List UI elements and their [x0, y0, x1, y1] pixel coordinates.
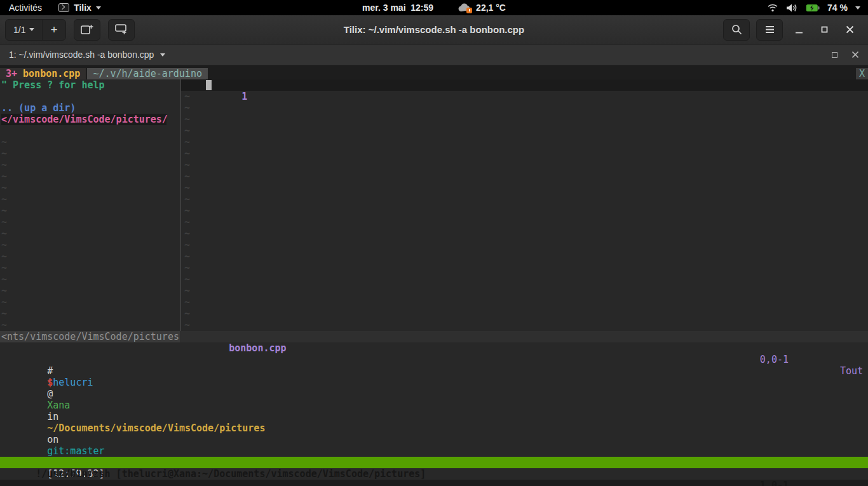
- search-icon: [731, 24, 742, 35]
- nerdtree-root-line[interactable]: </vimscode/VimsCode/pictures/: [0, 114, 180, 125]
- tilde-row: ~: [0, 171, 180, 182]
- menu-button[interactable]: [756, 19, 783, 41]
- buffer-tilde-rows: ~~~~~~~~~~~~~~~~~~~~~: [181, 91, 868, 331]
- tilde-row: ~: [0, 148, 180, 159]
- tilde-row: ~: [181, 320, 868, 331]
- tilde-row: ~: [181, 148, 868, 159]
- statusline-position: Tout: [840, 365, 863, 377]
- tilde-row: ~: [0, 251, 180, 262]
- prompt-git-branch: git:master: [47, 445, 104, 457]
- gnome-top-bar: Activités Tilix mer. 3 mai 12:59 22,1 °C: [0, 0, 868, 15]
- nerdtree-pane[interactable]: " Press ? for help .. (up a dir) </vimsc…: [0, 79, 180, 331]
- tilde-row: ~: [181, 205, 868, 217]
- tilde-row: ~: [181, 159, 868, 171]
- maximize-terminal-icon[interactable]: [832, 52, 837, 58]
- tilde-row: ~: [0, 285, 180, 297]
- statusline-filename: bonbon.cpp: [229, 342, 286, 354]
- terminal-tab-bar: 1: ~/.vim/vimscode.sh -a bonbon.cpp: [0, 44, 868, 65]
- split-down-button[interactable]: [108, 19, 135, 41]
- prompt-host: Xana: [47, 400, 70, 411]
- shell-pane[interactable]: # thelucri @ Xana in ~/Documents/vimscod…: [0, 342, 868, 457]
- tilde-row: ~: [181, 137, 868, 148]
- vim-tab-flag: 3+: [6, 68, 17, 79]
- split-terminal-right-icon: [81, 24, 93, 35]
- maximize-button[interactable]: [815, 20, 834, 39]
- tilde-row: ~: [0, 262, 180, 274]
- plus-icon: +: [50, 24, 57, 36]
- vim-windows: " Press ? for help .. (up a dir) </vimsc…: [0, 79, 868, 331]
- tilde-row: ~: [181, 297, 868, 308]
- hamburger-menu-icon: [765, 25, 775, 34]
- nerdtree-tilde-rows: ~~~~~~~~~~~~~~~~~: [0, 137, 180, 331]
- minimize-icon: [795, 26, 803, 34]
- weather-alert-badge: [466, 8, 472, 13]
- blank-line: [0, 342, 868, 354]
- tilde-row: ~: [181, 182, 868, 194]
- app-menu-button[interactable]: Tilix: [58, 3, 101, 13]
- tilde-row: ~: [0, 308, 180, 320]
- tilde-row: ~: [0, 194, 180, 205]
- chevron-down-icon: [855, 6, 860, 10]
- shell-prompt-line2: $: [0, 365, 868, 377]
- blank-line: [0, 125, 180, 137]
- tilde-row: ~: [181, 125, 868, 137]
- tilde-row: ~: [181, 251, 868, 262]
- close-terminal-icon[interactable]: [851, 51, 859, 58]
- session-counter-button[interactable]: 1/1: [6, 20, 42, 40]
- tilde-row: ~: [0, 205, 180, 217]
- vim-tab-active[interactable]: 3+ bonbon.cpp: [0, 68, 86, 79]
- weather-cloud-icon: [458, 3, 471, 13]
- battery-charging-icon: [806, 4, 820, 12]
- tilde-row: ~: [0, 297, 180, 308]
- tilde-row: ~: [0, 182, 180, 194]
- vim-edit-pane[interactable]: 1 ~~~~~~~~~~~~~~~~~~~~~: [181, 79, 868, 331]
- tilde-row: ~: [181, 240, 868, 251]
- activities-button[interactable]: Activités: [9, 3, 42, 13]
- prompt-in: in: [47, 411, 58, 422]
- search-button[interactable]: [723, 19, 750, 41]
- vim-tabline-close[interactable]: X: [856, 68, 868, 79]
- chevron-down-icon: [96, 6, 101, 10]
- tilde-row: ~: [0, 228, 180, 240]
- split-terminal-down-icon: [115, 24, 128, 35]
- prompt-on: on: [47, 434, 58, 445]
- tilde-row: ~: [181, 217, 868, 228]
- terminal-tab-label: 1: ~/.vim/vimscode.sh -a bonbon.cpp: [9, 50, 154, 60]
- terminal-statusline-ruler: 1,0-1: [760, 480, 789, 486]
- clock[interactable]: mer. 3 mai 12:59: [362, 3, 433, 13]
- vim-cursor-line: 1: [181, 79, 868, 91]
- prompt-path: ~/Documents/vimscode/VimsCode/pictures: [47, 422, 265, 434]
- tilde-row: ~: [0, 159, 180, 171]
- tilde-row: ~: [0, 274, 180, 285]
- blank-line: [0, 91, 180, 102]
- vim-tabline: 3+ bonbon.cpp ~/.v/h/aide-arduino X: [0, 68, 868, 79]
- tilde-row: ~: [181, 194, 868, 205]
- tilde-row: ~: [181, 274, 868, 285]
- new-session-button[interactable]: +: [43, 20, 65, 40]
- maximize-icon: [821, 26, 828, 33]
- vim-tab-inactive[interactable]: ~/.v/h/aide-arduino: [87, 68, 208, 79]
- weather-widget[interactable]: 22,1 °C: [458, 3, 506, 13]
- tilde-row: ~: [181, 102, 868, 114]
- system-status-area[interactable]: 74 %: [767, 3, 868, 13]
- prompt-hash: #: [47, 365, 53, 377]
- terminal-buffer-statusline: !/usr/bin/zsh [thelucri@Xana:~/Documents…: [0, 457, 868, 468]
- wifi-icon: [767, 3, 778, 12]
- prompt-at: @: [47, 388, 53, 400]
- tilde-row: ~: [181, 171, 868, 182]
- session-switcher-group: 1/1 +: [5, 19, 66, 41]
- close-button[interactable]: [840, 20, 859, 39]
- nerdtree-up-dir[interactable]: .. (up a dir): [0, 102, 180, 114]
- statusline-active: bonbon.cpp 0,0-1 Tout: [180, 331, 868, 342]
- terminal-viewport[interactable]: 3+ bonbon.cpp ~/.v/h/aide-arduino X " Pr…: [0, 65, 868, 486]
- volume-icon: [786, 3, 798, 13]
- battery-percent-label: 74 %: [827, 3, 848, 13]
- tilix-header-bar: 1/1 + Tilix: ~/.vim: [0, 15, 868, 44]
- split-right-button[interactable]: [74, 19, 100, 41]
- prompt-dollar: $: [46, 377, 53, 388]
- terminal-tab[interactable]: 1: ~/.vim/vimscode.sh -a bonbon.cpp: [0, 50, 165, 60]
- tilde-row: ~: [181, 262, 868, 274]
- minimize-button[interactable]: [789, 20, 808, 39]
- nerdtree-root-label: </vimscode/VimsCode/pictures/: [1, 114, 166, 125]
- tilde-row: ~: [181, 285, 868, 297]
